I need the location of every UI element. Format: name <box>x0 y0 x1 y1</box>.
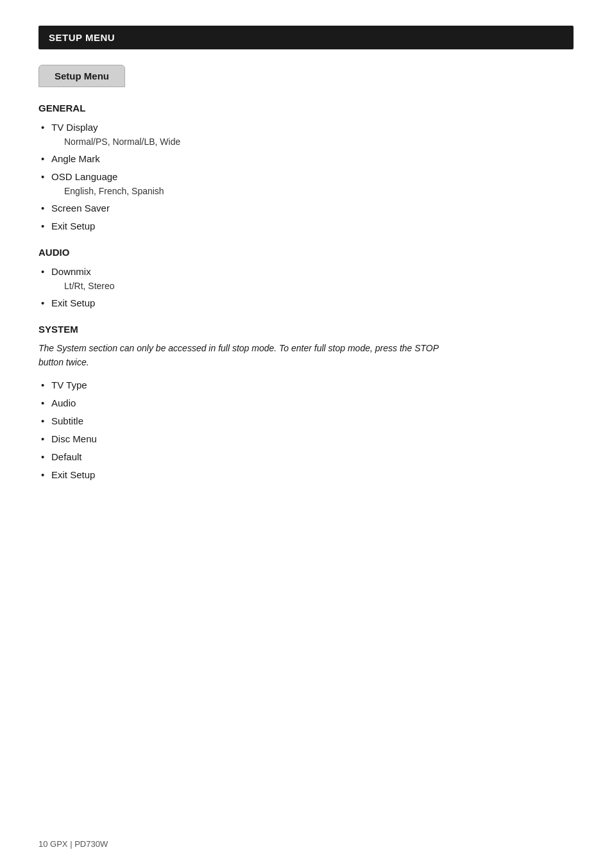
page-container: SETUP MENU Setup Menu GENERAL TV Display… <box>0 0 612 868</box>
item-label: Exit Setup <box>51 469 95 480</box>
item-sub: Normal/PS, Normal/LB, Wide <box>51 135 574 149</box>
item-label: Default <box>51 451 82 462</box>
footer-text: 10 GPX | PD730W <box>38 839 108 849</box>
item-label: Screen Saver <box>51 203 110 213</box>
item-label: Audio <box>51 397 76 408</box>
list-item: TV Type <box>38 378 574 393</box>
setup-menu-tab[interactable]: Setup Menu <box>38 65 125 87</box>
system-list: TV Type Audio Subtitle Disc Menu Default… <box>38 378 574 483</box>
list-item: Exit Setup <box>38 296 574 311</box>
list-item: Audio <box>38 396 574 411</box>
item-sub: English, French, Spanish <box>51 185 574 198</box>
item-label: TV Type <box>51 380 87 390</box>
list-item: Screen Saver <box>38 201 574 216</box>
list-item: Exit Setup <box>38 467 574 483</box>
list-item: Downmix Lt/Rt, Stereo <box>38 264 574 293</box>
audio-heading: AUDIO <box>38 247 574 258</box>
item-label: Subtitle <box>51 415 83 426</box>
system-note: The System section can only be accessed … <box>38 341 574 370</box>
system-heading: SYSTEM <box>38 324 574 335</box>
item-label: Angle Mark <box>51 153 100 164</box>
item-label: Downmix <box>51 266 91 277</box>
general-list: TV Display Normal/PS, Normal/LB, Wide An… <box>38 120 574 234</box>
list-item: OSD Language English, French, Spanish <box>38 169 574 198</box>
audio-section: AUDIO Downmix Lt/Rt, Stereo Exit Setup <box>38 247 574 311</box>
list-item: TV Display Normal/PS, Normal/LB, Wide <box>38 120 574 149</box>
item-label: TV Display <box>51 122 98 133</box>
list-item: Subtitle <box>38 413 574 429</box>
header-bar: SETUP MENU <box>38 26 574 49</box>
system-section: SYSTEM The System section can only be ac… <box>38 324 574 483</box>
header-bar-title: SETUP MENU <box>49 32 115 43</box>
audio-list: Downmix Lt/Rt, Stereo Exit Setup <box>38 264 574 311</box>
item-label: Exit Setup <box>51 221 95 231</box>
list-item: Disc Menu <box>38 431 574 447</box>
list-item: Default <box>38 449 574 465</box>
list-item: Angle Mark <box>38 151 574 167</box>
general-heading: GENERAL <box>38 103 574 113</box>
list-item: Exit Setup <box>38 219 574 234</box>
item-label: Exit Setup <box>51 297 95 308</box>
item-sub: Lt/Rt, Stereo <box>51 280 574 293</box>
item-label: Disc Menu <box>51 433 97 444</box>
item-label: OSD Language <box>51 171 117 182</box>
general-section: GENERAL TV Display Normal/PS, Normal/LB,… <box>38 103 574 234</box>
